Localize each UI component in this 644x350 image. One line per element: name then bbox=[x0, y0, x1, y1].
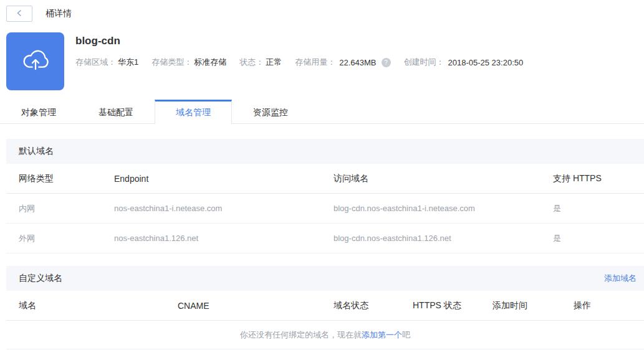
tab-resource-monitor[interactable]: 资源监控 bbox=[232, 100, 309, 123]
column-header-actions: 操作 bbox=[574, 300, 644, 311]
table-header-row: 域名 CNAME 域名状态 HTTPS 状态 添加时间 操作 bbox=[6, 291, 644, 321]
tab-object-management[interactable]: 对象管理 bbox=[0, 100, 77, 123]
info-value: 华东1 bbox=[118, 57, 138, 68]
add-first-domain-link[interactable]: 添加第一个 bbox=[362, 329, 402, 341]
info-value: 正常 bbox=[266, 57, 282, 68]
cell-endpoint: nos-eastchina1-i.netease.com bbox=[114, 204, 334, 213]
column-header-domain-status: 域名状态 bbox=[334, 300, 413, 311]
table-row-intranet: 内网 nos-eastchina1-i.netease.com blog-cdn… bbox=[6, 194, 644, 224]
cloud-upload-icon bbox=[17, 42, 54, 81]
info-label: 存储区域： bbox=[75, 57, 116, 68]
custom-domain-table: 域名 CNAME 域名状态 HTTPS 状态 添加时间 操作 你还没有任何绑定的… bbox=[6, 291, 644, 349]
chevron-left-icon bbox=[16, 8, 22, 19]
add-domain-link[interactable]: 添加域名 bbox=[604, 273, 637, 284]
section-title: 默认域名 bbox=[19, 146, 54, 157]
info-storage-type: 存储类型： 标准存储 bbox=[151, 57, 226, 68]
tab-basic-config[interactable]: 基础配置 bbox=[77, 100, 155, 123]
tab-domain-management[interactable]: 域名管理 bbox=[155, 100, 232, 124]
info-label: 创建时间： bbox=[404, 57, 445, 68]
empty-state-text: 你还没有任何绑定的域名，现在就 bbox=[240, 329, 362, 341]
info-label: 存储用量： bbox=[295, 57, 335, 68]
empty-state-text: 吧 bbox=[402, 329, 410, 341]
info-value: 22.643MB bbox=[339, 58, 376, 67]
cell-https-support: 是 bbox=[553, 203, 644, 214]
bucket-name: blog-cdn bbox=[75, 35, 536, 47]
table-row-extranet: 外网 nos-eastchina1.126.net blog-cdn.nos-e… bbox=[6, 224, 644, 253]
page-title: 桶详情 bbox=[46, 8, 72, 19]
cell-https-support: 是 bbox=[553, 233, 644, 244]
bucket-header: blog-cdn 存储区域： 华东1 存储类型： 标准存储 状态： 正常 存储用… bbox=[6, 32, 644, 90]
section-title: 自定义域名 bbox=[19, 273, 62, 284]
info-label: 存储类型： bbox=[151, 57, 192, 68]
column-header-https-support: 支持 HTTPS bbox=[553, 173, 644, 184]
info-value: 标准存储 bbox=[194, 57, 226, 68]
info-region: 存储区域： 华东1 bbox=[75, 57, 138, 68]
info-value: 2018-05-25 23:20:50 bbox=[448, 58, 524, 67]
column-header-endpoint: Endpoint bbox=[114, 174, 334, 184]
custom-domain-section-header: 自定义域名 添加域名 bbox=[6, 266, 644, 291]
help-icon[interactable]: ? bbox=[382, 58, 391, 67]
default-domain-table: 网络类型 Endpoint 访问域名 支持 HTTPS 内网 nos-eastc… bbox=[6, 164, 644, 253]
main-content: 默认域名 网络类型 Endpoint 访问域名 支持 HTTPS 内网 nos-… bbox=[6, 139, 644, 349]
info-usage: 存储用量： 22.643MB ? bbox=[295, 57, 390, 68]
cell-endpoint: nos-eastchina1.126.net bbox=[114, 234, 334, 243]
column-header-cname: CNAME bbox=[178, 301, 334, 311]
cell-access-domain: blog-cdn.nos-eastchina1-i.netease.com bbox=[334, 204, 553, 213]
tab-bar: 对象管理 基础配置 域名管理 资源监控 bbox=[0, 100, 644, 124]
bucket-info-row: 存储区域： 华东1 存储类型： 标准存储 状态： 正常 存储用量： 22.643… bbox=[75, 57, 536, 68]
cell-network-type: 内网 bbox=[19, 203, 114, 214]
table-header-row: 网络类型 Endpoint 访问域名 支持 HTTPS bbox=[6, 164, 644, 194]
column-header-https-status: HTTPS 状态 bbox=[413, 300, 493, 311]
info-created-time: 创建时间： 2018-05-25 23:20:50 bbox=[404, 57, 524, 68]
bucket-avatar bbox=[6, 32, 64, 90]
empty-state: 你还没有任何绑定的域名，现在就添加第一个吧 bbox=[6, 321, 644, 349]
info-status: 状态： 正常 bbox=[239, 57, 282, 68]
column-header-access-domain: 访问域名 bbox=[334, 173, 553, 184]
column-header-domain: 域名 bbox=[19, 300, 178, 311]
default-domain-section-header: 默认域名 bbox=[6, 139, 644, 164]
cell-access-domain: blog-cdn.nos-eastchina1.126.net bbox=[334, 234, 553, 243]
back-button[interactable] bbox=[6, 6, 32, 22]
column-header-add-time: 添加时间 bbox=[493, 300, 574, 311]
info-label: 状态： bbox=[239, 57, 264, 68]
column-header-network-type: 网络类型 bbox=[19, 173, 114, 184]
bucket-meta: blog-cdn 存储区域： 华东1 存储类型： 标准存储 状态： 正常 存储用… bbox=[75, 32, 536, 90]
top-bar: 桶详情 bbox=[0, 0, 644, 22]
cell-network-type: 外网 bbox=[19, 233, 114, 244]
